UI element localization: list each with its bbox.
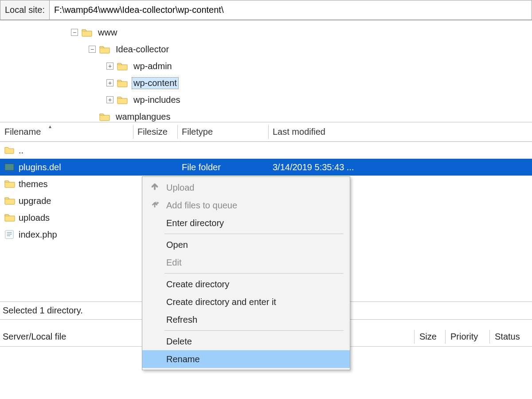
menu-item-label: Add files to queue — [164, 200, 344, 211]
menu-item-label: Enter directory — [164, 218, 344, 228]
address-input[interactable] — [50, 0, 532, 20]
tree-item-label: Idea-collector — [114, 44, 170, 55]
menu-item-label: Rename — [164, 354, 344, 364]
collapse-icon[interactable]: − — [71, 29, 78, 36]
menu-item: Upload — [142, 179, 350, 196]
upload-icon — [146, 183, 164, 192]
menu-item-label: Open — [164, 240, 344, 250]
menu-separator — [164, 273, 344, 274]
menu-item[interactable]: Delete — [142, 332, 350, 350]
menu-item-label: Refresh — [164, 315, 344, 325]
file-type: File folder — [177, 162, 268, 172]
folder-icon — [4, 196, 14, 206]
context-menu[interactable]: Upload Add files to queueEnter directory… — [142, 176, 350, 370]
tree-item-label: www — [97, 27, 118, 38]
file-name: plugins.del — [19, 162, 61, 172]
menu-item[interactable]: Refresh — [142, 311, 350, 329]
menu-item: Edit — [142, 254, 350, 271]
file-name: .. — [19, 145, 23, 156]
tree-item-label: wp-content — [132, 78, 178, 89]
folder-icon — [117, 62, 128, 70]
menu-separator — [164, 234, 344, 234]
xfer-col-status[interactable]: Status — [489, 332, 529, 342]
address-label: Local site: — [0, 0, 50, 20]
column-label: Filename — [4, 127, 41, 137]
tree-item-label: wp-includes — [132, 94, 182, 106]
xfer-col-size[interactable]: Size — [414, 332, 445, 342]
folder-tree[interactable]: − www− Idea-collector+ wp-admin+ wp-cont… — [0, 20, 532, 122]
file-list-header: Filename ▴ Filesize Filetype Last modifi… — [0, 122, 532, 142]
tree-item[interactable]: − Idea-collector — [0, 41, 532, 58]
file-name: themes — [19, 179, 48, 189]
tree-item[interactable]: wamplangues — [0, 108, 532, 122]
folder-icon — [4, 145, 14, 155]
folder-icon — [4, 213, 14, 223]
menu-item[interactable]: Create directory — [142, 275, 350, 293]
column-header-filename[interactable]: Filename ▴ — [0, 122, 133, 141]
file-name: index.php — [19, 230, 57, 240]
tree-item-label: wp-admin — [132, 61, 173, 72]
address-bar: Local site: — [0, 0, 532, 20]
tree-item[interactable]: + wp-content — [0, 74, 532, 91]
folder-icon — [99, 112, 110, 121]
expand-icon[interactable]: + — [106, 79, 113, 86]
folder-icon — [82, 28, 92, 37]
tree-item[interactable]: + wp-includes — [0, 91, 532, 108]
column-header-filetype[interactable]: Filetype — [177, 122, 268, 141]
menu-item[interactable]: Open — [142, 236, 350, 254]
menu-item-label: Create directory — [164, 279, 344, 289]
folder-icon — [4, 179, 14, 189]
menu-item[interactable]: Create directory and enter it — [142, 293, 350, 311]
tree-item[interactable]: − www — [0, 24, 532, 41]
collapse-icon[interactable]: − — [89, 46, 96, 53]
folder-icon — [99, 45, 110, 54]
folder-icon — [117, 78, 128, 87]
sort-indicator-icon: ▴ — [49, 123, 51, 129]
folder-icon — [4, 162, 14, 172]
svg-rect-1 — [5, 231, 13, 239]
menu-item-label: Delete — [164, 336, 344, 347]
php-file-icon — [4, 230, 14, 239]
svg-rect-0 — [5, 164, 14, 171]
column-header-modified[interactable]: Last modified — [268, 122, 532, 141]
xfer-col-priority[interactable]: Priority — [445, 332, 489, 342]
menu-item-label: Edit — [164, 258, 344, 268]
file-row[interactable]: plugins.delFile folder3/14/2019 5:35:43 … — [0, 159, 532, 176]
menu-item: Add files to queue — [142, 196, 350, 214]
menu-item-label: Create directory and enter it — [164, 297, 344, 307]
expand-icon[interactable]: + — [106, 96, 113, 103]
file-name: uploads — [19, 213, 50, 223]
add-to-queue-icon — [146, 200, 164, 210]
menu-separator — [164, 330, 344, 331]
column-header-filesize[interactable]: Filesize — [133, 122, 177, 141]
file-row[interactable]: .. — [0, 142, 532, 159]
tree-item-label: wamplangues — [114, 111, 172, 122]
menu-item-label: Upload — [164, 183, 344, 193]
menu-item[interactable]: Enter directory — [142, 214, 350, 232]
file-name: upgrade — [19, 196, 51, 206]
folder-icon — [117, 95, 128, 104]
expand-icon[interactable]: + — [106, 63, 113, 70]
file-modified: 3/14/2019 5:35:43 ... — [268, 162, 532, 172]
tree-item[interactable]: + wp-admin — [0, 58, 532, 74]
menu-item[interactable]: Rename — [142, 350, 350, 368]
